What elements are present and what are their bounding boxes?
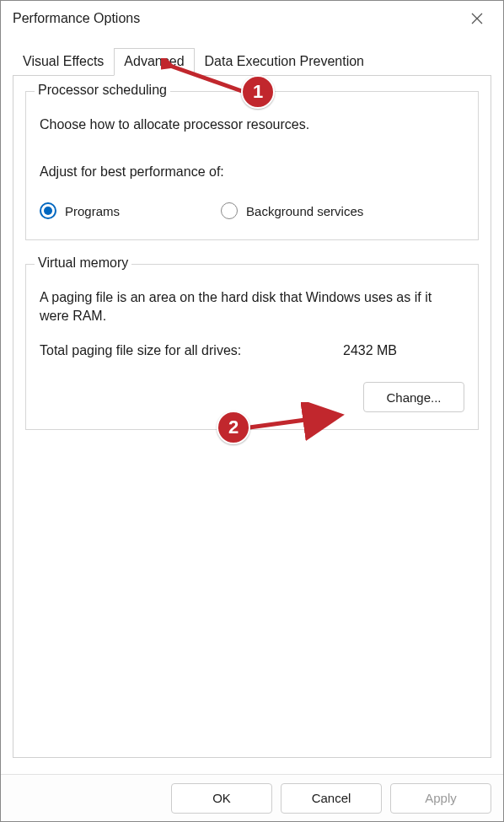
adjust-label: Adjust for best performance of: (40, 163, 464, 181)
processor-scheduling-group: Processor scheduling Choose how to alloc… (25, 91, 479, 240)
virtual-memory-group: Virtual memory A paging file is an area … (25, 264, 479, 430)
radio-background-services[interactable]: Background services (221, 202, 363, 219)
tab-advanced[interactable]: Advanced (114, 48, 194, 76)
processor-legend: Processor scheduling (35, 83, 170, 98)
radio-background-label: Background services (246, 204, 363, 218)
tab-content: Processor scheduling Choose how to alloc… (13, 75, 491, 758)
vm-desc: A paging file is an area on the hard dis… (40, 288, 464, 325)
close-button[interactable] (461, 3, 493, 35)
radio-icon (40, 202, 56, 219)
apply-button[interactable]: Apply (390, 783, 491, 814)
tab-visual-effects[interactable]: Visual Effects (13, 48, 114, 75)
radio-programs-label: Programs (65, 204, 120, 218)
ok-button[interactable]: OK (171, 783, 272, 814)
cancel-button[interactable]: Cancel (281, 783, 382, 814)
vm-legend: Virtual memory (35, 255, 131, 271)
radio-programs[interactable]: Programs (40, 202, 120, 219)
radio-icon (221, 202, 238, 219)
window-title: Performance Options (13, 11, 461, 26)
vm-total-label: Total paging file size for all drives: (40, 343, 343, 358)
titlebar: Performance Options (1, 1, 503, 36)
close-icon (470, 12, 484, 25)
tab-strip: Visual Effects Advanced Data Execution P… (1, 36, 503, 75)
dialog-footer: OK Cancel Apply (1, 774, 503, 821)
change-button[interactable]: Change... (363, 382, 464, 412)
vm-total-value: 2432 MB (343, 343, 464, 358)
tab-dep[interactable]: Data Execution Prevention (195, 48, 374, 75)
processor-desc: Choose how to allocate processor resourc… (40, 116, 464, 134)
